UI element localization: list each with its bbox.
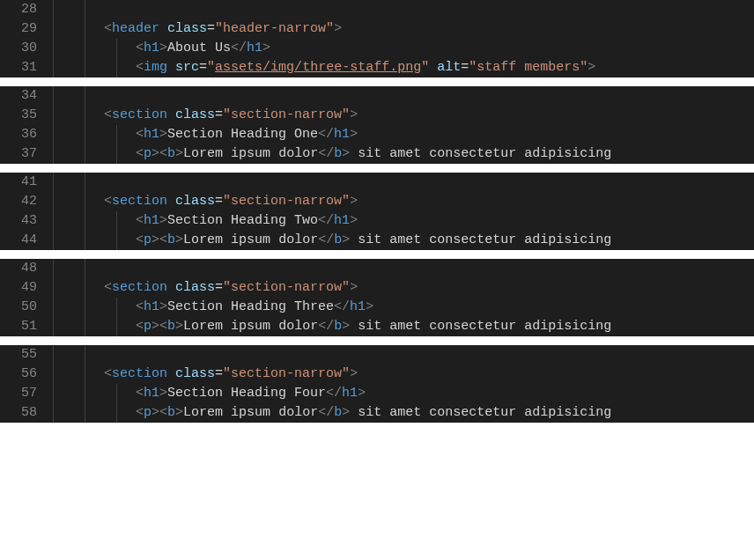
- token-br: >: [588, 60, 595, 75]
- indent-guide: [85, 144, 85, 164]
- indent-guide: [85, 384, 85, 403]
- token-str: ": [207, 60, 215, 75]
- token-tag: section: [112, 280, 167, 295]
- code-line[interactable]: [72, 0, 754, 19]
- line-number: 42: [9, 192, 37, 211]
- token-tag: b: [334, 405, 342, 420]
- code-line[interactable]: <p><b>Lorem ipsum dolor</b> sit amet con…: [72, 403, 754, 423]
- line-number: 58: [9, 403, 37, 423]
- line-number: 55: [9, 345, 37, 365]
- indent-guide: [85, 192, 85, 211]
- token-br: >: [342, 232, 350, 247]
- token-str: "section-narrow": [223, 107, 350, 122]
- token-pad: [72, 366, 104, 381]
- block-separator: [0, 164, 754, 173]
- token-text: [167, 60, 175, 75]
- indent-guide: [85, 39, 85, 58]
- line-number: 36: [9, 125, 37, 144]
- token-tag: section: [112, 194, 167, 209]
- code-line[interactable]: <img src="assets/img/three-staff.png" al…: [72, 58, 754, 77]
- token-text: Lorem ipsum dolor: [183, 405, 318, 420]
- code-area[interactable]: <section class="section-narrow"> <h1>Sec…: [53, 259, 754, 336]
- code-area[interactable]: <section class="section-narrow"> <h1>Sec…: [53, 345, 754, 423]
- token-str: "section-narrow": [223, 366, 350, 381]
- token-tag: h1: [144, 386, 159, 401]
- indent-guide: [85, 231, 85, 250]
- indent-guide: [116, 211, 117, 231]
- indent-guide: [116, 39, 117, 58]
- line-number: 31: [9, 58, 37, 77]
- token-tag: h1: [334, 213, 350, 228]
- token-tag: b: [167, 405, 175, 420]
- code-line[interactable]: <p><b>Lorem ipsum dolor</b> sit amet con…: [72, 317, 754, 336]
- token-br: >: [342, 146, 350, 161]
- code-area[interactable]: <header class="header-narrow"> <h1>About…: [53, 0, 754, 77]
- line-number: 56: [9, 365, 37, 384]
- indent-guide: [116, 317, 117, 336]
- token-attr: class: [175, 107, 215, 122]
- code-line[interactable]: [72, 345, 754, 365]
- indent-guide: [85, 278, 85, 298]
- code-line[interactable]: <section class="section-narrow">: [72, 365, 754, 384]
- token-br: <: [104, 366, 112, 381]
- line-number: 41: [9, 173, 37, 192]
- token-br: >: [175, 146, 183, 161]
- token-pad: [72, 41, 136, 55]
- indent-guide: [85, 259, 85, 278]
- code-line[interactable]: [72, 173, 754, 192]
- token-pad: [72, 60, 136, 75]
- token-tag: b: [334, 146, 342, 161]
- token-br: <: [104, 107, 112, 122]
- token-tag: h1: [144, 127, 159, 142]
- code-line[interactable]: <p><b>Lorem ipsum dolor</b> sit amet con…: [72, 231, 754, 250]
- code-line[interactable]: <h1>Section Heading Two</h1>: [72, 211, 754, 231]
- code-line[interactable]: [72, 259, 754, 278]
- code-line[interactable]: <section class="section-narrow">: [72, 278, 754, 298]
- token-text: Section Heading Two: [167, 213, 318, 228]
- token-attr: alt: [437, 60, 461, 75]
- token-pad: [72, 127, 136, 142]
- indent-guide: [85, 298, 85, 317]
- code-line[interactable]: [72, 86, 754, 106]
- line-number: 49: [9, 278, 37, 298]
- code-area[interactable]: <section class="section-narrow"> <h1>Sec…: [53, 86, 754, 164]
- token-pad: [72, 319, 136, 334]
- indent-guide: [85, 0, 85, 19]
- token-br: </: [318, 319, 334, 334]
- token-pad: [72, 21, 104, 36]
- token-pad: [72, 194, 104, 209]
- code-line[interactable]: <h1>Section Heading Four</h1>: [72, 384, 754, 403]
- token-br: </: [231, 41, 247, 55]
- line-number: 57: [9, 384, 37, 403]
- token-br: <: [159, 232, 167, 247]
- indent-guide: [116, 403, 117, 423]
- code-editor[interactable]: 28293031 <header class="header-narrow"> …: [0, 0, 754, 423]
- token-tag: section: [112, 107, 167, 122]
- token-br: >: [342, 319, 350, 334]
- code-line[interactable]: <h1>Section Heading Three</h1>: [72, 298, 754, 317]
- token-br: </: [318, 146, 334, 161]
- code-line[interactable]: <header class="header-narrow">: [72, 19, 754, 39]
- token-eq: =: [215, 194, 223, 209]
- line-number: 30: [9, 39, 37, 58]
- token-text: sit amet consectetur adipisicing: [350, 405, 611, 420]
- token-br: </: [318, 127, 334, 142]
- code-line[interactable]: <h1>About Us</h1>: [72, 39, 754, 58]
- token-str: "header-narrow": [215, 21, 334, 36]
- token-br: >: [159, 213, 167, 228]
- block-separator: [0, 336, 754, 345]
- token-tag: h1: [247, 41, 262, 55]
- token-br: >: [350, 107, 358, 122]
- code-line[interactable]: <p><b>Lorem ipsum dolor</b> sit amet con…: [72, 144, 754, 164]
- code-line[interactable]: <section class="section-narrow">: [72, 106, 754, 125]
- token-br: <: [136, 127, 144, 142]
- token-br: </: [326, 386, 342, 401]
- token-br: >: [350, 194, 358, 209]
- code-line[interactable]: <section class="section-narrow">: [72, 192, 754, 211]
- indent-guide: [85, 86, 85, 106]
- line-number: 35: [9, 106, 37, 125]
- code-area[interactable]: <section class="section-narrow"> <h1>Sec…: [53, 173, 754, 250]
- code-line[interactable]: <h1>Section Heading One</h1>: [72, 125, 754, 144]
- token-br: >: [350, 213, 358, 228]
- token-tag: h1: [144, 41, 159, 55]
